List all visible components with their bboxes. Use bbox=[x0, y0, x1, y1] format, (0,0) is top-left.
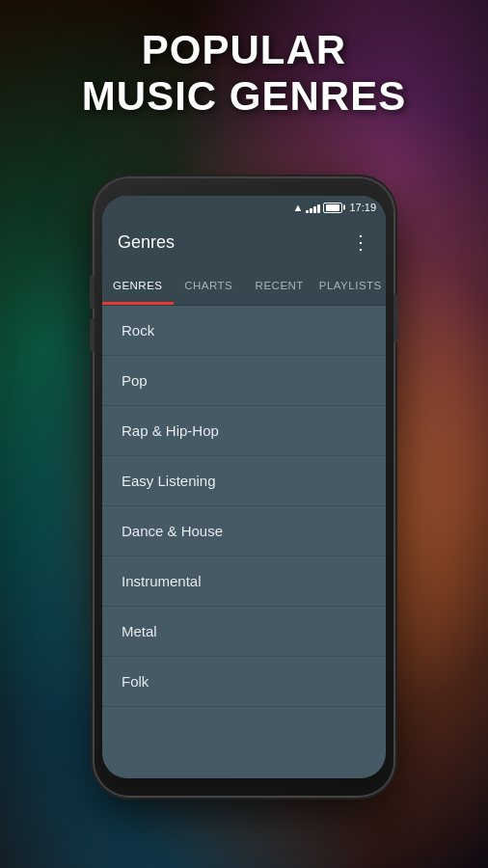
tab-genres[interactable]: GENRES bbox=[102, 265, 174, 305]
wifi-icon: ▲ bbox=[293, 202, 304, 213]
genre-name-instrumental: Instrumental bbox=[122, 573, 202, 589]
phone-screen: ▲ 17:19 G bbox=[102, 196, 386, 778]
signal-bar-2 bbox=[310, 208, 312, 213]
power-button bbox=[393, 294, 398, 342]
signal-bar-1 bbox=[306, 210, 309, 213]
tab-bar: GENRES CHARTS RECENT PLAYLISTS bbox=[102, 265, 386, 306]
genre-item-pop[interactable]: Pop bbox=[102, 356, 386, 406]
app-header: Genres ⋮ bbox=[102, 219, 386, 265]
signal-icon bbox=[306, 203, 320, 213]
genre-name-rap: Rap & Hip-Hop bbox=[122, 422, 219, 439]
volume-down-button bbox=[90, 318, 95, 352]
tab-recent[interactable]: RECENT bbox=[244, 265, 315, 305]
signal-bar-4 bbox=[317, 204, 320, 213]
genre-name-pop: Pop bbox=[122, 372, 148, 389]
genre-item-metal[interactable]: Metal bbox=[102, 607, 386, 657]
tab-charts[interactable]: CHARTS bbox=[174, 265, 245, 305]
status-bar: ▲ 17:19 bbox=[102, 196, 386, 219]
genre-name-folk: Folk bbox=[122, 673, 149, 690]
battery-fill bbox=[326, 204, 339, 211]
phone-container: ▲ 17:19 G bbox=[95, 178, 393, 796]
app-title: Genres bbox=[118, 232, 175, 253]
signal-bar-3 bbox=[313, 206, 316, 213]
genre-item-dance-house[interactable]: Dance & House bbox=[102, 506, 386, 556]
title-line2: MUSIC GENRES bbox=[0, 73, 488, 120]
tab-playlists[interactable]: PLAYLISTS bbox=[315, 265, 387, 305]
genre-item-rock[interactable]: Rock bbox=[102, 306, 386, 356]
genre-item-easy-listening[interactable]: Easy Listening bbox=[102, 456, 386, 506]
phone-body: ▲ 17:19 G bbox=[95, 178, 393, 796]
volume-up-button bbox=[90, 275, 95, 309]
more-options-button[interactable]: ⋮ bbox=[351, 232, 370, 252]
status-icons: ▲ 17:19 bbox=[293, 202, 376, 213]
status-time: 17:19 bbox=[349, 202, 376, 213]
genre-item-instrumental[interactable]: Instrumental bbox=[102, 556, 386, 607]
title-line1: POPULAR bbox=[0, 27, 488, 73]
genre-name-easy-listening: Easy Listening bbox=[122, 473, 216, 489]
genre-name-metal: Metal bbox=[122, 623, 157, 639]
genre-name-dance-house: Dance & House bbox=[122, 523, 223, 539]
genre-name-rock: Rock bbox=[122, 322, 154, 339]
genre-item-rap[interactable]: Rap & Hip-Hop bbox=[102, 406, 386, 456]
title-section: POPULAR MUSIC GENRES bbox=[0, 27, 488, 121]
genre-list: Rock Pop Rap & Hip-Hop Easy Listening Da… bbox=[102, 306, 386, 707]
genre-item-folk[interactable]: Folk bbox=[102, 657, 386, 707]
battery-icon bbox=[323, 203, 342, 213]
